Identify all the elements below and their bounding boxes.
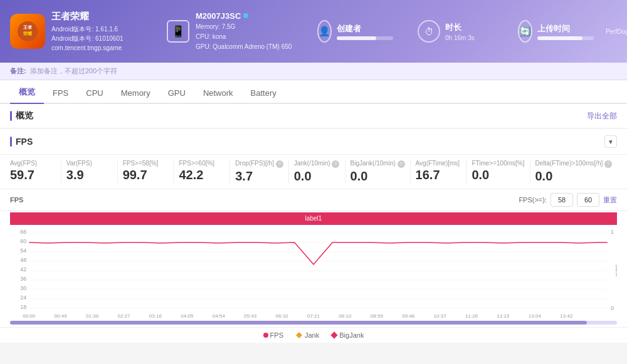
chart-legend: FPS Jank BigJank (0, 327, 627, 343)
fps-input-58[interactable] (551, 193, 573, 207)
data-source: 数据由PerfDog(4.1.200708)版本收集 (606, 19, 627, 44)
duration-icon: ⏱ (418, 20, 440, 43)
svg-text:13:42: 13:42 (560, 313, 573, 319)
app-package: com.tencent.tmgp.sgame (51, 43, 124, 53)
tab-network[interactable]: Network (194, 83, 242, 104)
svg-text:54: 54 (20, 247, 26, 254)
stat-bigjank-label: BigJank(/10min) ? (350, 160, 405, 168)
creator-details: 创建者 (337, 23, 393, 40)
tab-cpu[interactable]: CPU (77, 83, 112, 104)
stat-bigjank-value: 0.0 (350, 169, 405, 184)
tab-overview[interactable]: 概览 (10, 81, 44, 104)
fps-chart: label1 66 60 54 48 42 36 30 24 18 1 0 (10, 211, 617, 321)
app-info: 王者 荣耀 王者荣耀 Android版本号: 1.61.1.6 Android版… (10, 11, 142, 53)
svg-text:00:00: 00:00 (23, 313, 36, 319)
svg-text:05:43: 05:43 (244, 313, 257, 319)
tab-memory[interactable]: Memory (112, 83, 159, 104)
legend-bigjank-icon (331, 331, 338, 338)
fps-controls: FPS(>=): 重置 (519, 193, 617, 207)
svg-text:06:32: 06:32 (276, 313, 289, 319)
collapse-button[interactable]: ▼ (604, 135, 617, 148)
chart-label: FPS (10, 196, 23, 204)
tabs-bar: 概览 FPS CPU Memory GPU Network Battery (0, 80, 627, 104)
creator-stat: 👤 创建者 (317, 20, 393, 43)
chart-controls: FPS FPS(>=): 重置 (0, 189, 627, 211)
upload-bar (537, 36, 594, 40)
stat-bigjank: BigJank(/10min) ? 0.0 (345, 160, 411, 184)
device-name: M2007J3SC (196, 11, 292, 21)
stat-avg-fps: Avg(FPS) 59.7 (10, 160, 61, 184)
stat-drop-value: 3.7 (235, 169, 283, 184)
legend-bigjank-label: BigJank (339, 331, 364, 339)
duration-stat: ⏱ 时长 0h 16m 3s (418, 20, 493, 43)
svg-text:03:16: 03:16 (149, 313, 162, 319)
fps-header: FPS ▼ (0, 129, 627, 155)
fps-gte-label: FPS(>=): (519, 196, 547, 204)
stat-jank: Jank(/10min) ? 0.0 (289, 160, 345, 184)
note-bar: 备注: 添加备注，不超过200个字符 (0, 63, 627, 80)
svg-text:18: 18 (20, 304, 26, 310)
app-container: 王者 荣耀 王者荣耀 Android版本号: 1.61.1.6 Android版… (0, 0, 627, 364)
legend-fps-icon (263, 333, 268, 338)
svg-text:04:05: 04:05 (181, 313, 194, 319)
stat-avg-fps-value: 59.7 (10, 168, 56, 182)
svg-text:01:38: 01:38 (86, 313, 99, 319)
creator-label: 创建者 (337, 23, 393, 34)
stat-var-fps: Var(FPS) 3.9 (61, 160, 118, 184)
svg-text:10:37: 10:37 (434, 313, 447, 319)
stat-fps58-label: FPS>=58[%] (123, 160, 169, 167)
help-icon-bigjank[interactable]: ? (398, 160, 405, 168)
help-icon-drop[interactable]: ? (276, 160, 283, 168)
tab-fps[interactable]: FPS (44, 83, 77, 104)
app-icon: 王者 荣耀 (10, 14, 45, 49)
svg-text:1: 1 (611, 229, 614, 235)
creator-icon: 👤 (317, 20, 332, 43)
stat-fps60: FPS>=60[%] 42.2 (174, 160, 230, 184)
timeline-bar (10, 321, 617, 325)
svg-text:48: 48 (20, 257, 26, 263)
device-icon: 📱 (167, 20, 189, 43)
upload-label: 上传时间 (537, 23, 594, 34)
svg-text:13:04: 13:04 (529, 313, 542, 319)
svg-text:11:26: 11:26 (465, 313, 478, 319)
svg-text:07:21: 07:21 (307, 313, 320, 319)
help-icon-delta[interactable]: ? (604, 160, 612, 168)
note-label: 备注: (10, 66, 26, 76)
duration-label: 时长 (445, 22, 475, 33)
svg-text:00:49: 00:49 (55, 313, 68, 319)
help-icon-jank[interactable]: ? (332, 160, 339, 168)
stat-deltaftime-label: Delta(FTime)>100ms[/h] ? (535, 160, 613, 168)
stat-fps60-value: 42.2 (179, 168, 224, 182)
stat-drop-label: Drop(FPS)[/h] ? (235, 160, 283, 168)
stat-var-fps-label: Var(FPS) (66, 160, 112, 167)
export-button[interactable]: 导出全部 (587, 111, 617, 122)
app-details: 王者荣耀 Android版本号: 1.61.1.6 Android版本号: 61… (51, 11, 124, 53)
svg-text:label1: label1 (305, 215, 322, 222)
tab-battery[interactable]: Battery (242, 83, 285, 104)
svg-text:36: 36 (20, 276, 26, 282)
main-content: 概览 导出全部 FPS ▼ Avg(FPS) 59.7 Var(FPS) 3.9 (0, 104, 627, 364)
fps-panel: FPS ▼ Avg(FPS) 59.7 Var(FPS) 3.9 FPS>=58… (0, 129, 627, 343)
fps-title: FPS (10, 137, 33, 147)
legend-fps-label: FPS (270, 331, 283, 339)
stat-deltaftime-value: 0.0 (535, 169, 613, 184)
device-cpu: CPU: kona (196, 32, 292, 42)
stat-var-fps-value: 3.9 (66, 168, 112, 182)
overview-title: 概览 (10, 110, 33, 122)
fps-input-60[interactable] (577, 193, 599, 207)
svg-text:Jank: Jank (614, 265, 617, 277)
svg-text:42: 42 (20, 266, 26, 273)
tab-gpu[interactable]: GPU (159, 83, 194, 104)
reset-button[interactable]: 重置 (603, 195, 617, 205)
app-version2: Android版本号: 61010601 (51, 34, 124, 43)
svg-text:08:10: 08:10 (339, 313, 352, 319)
svg-text:12:15: 12:15 (497, 313, 510, 319)
legend-jank-icon (296, 332, 302, 338)
svg-text:王者: 王者 (23, 24, 33, 29)
legend-jank-label: Jank (305, 331, 319, 339)
stat-ftime100-label: FTime>=100ms[%] (472, 160, 524, 167)
header: 王者 荣耀 王者荣耀 Android版本号: 1.61.1.6 Android版… (0, 0, 627, 63)
stat-avg-fps-label: Avg(FPS) (10, 160, 56, 167)
svg-text:08:59: 08:59 (371, 313, 384, 319)
device-details: M2007J3SC Memory: 7.5G CPU: kona GPU: Qu… (196, 11, 292, 52)
